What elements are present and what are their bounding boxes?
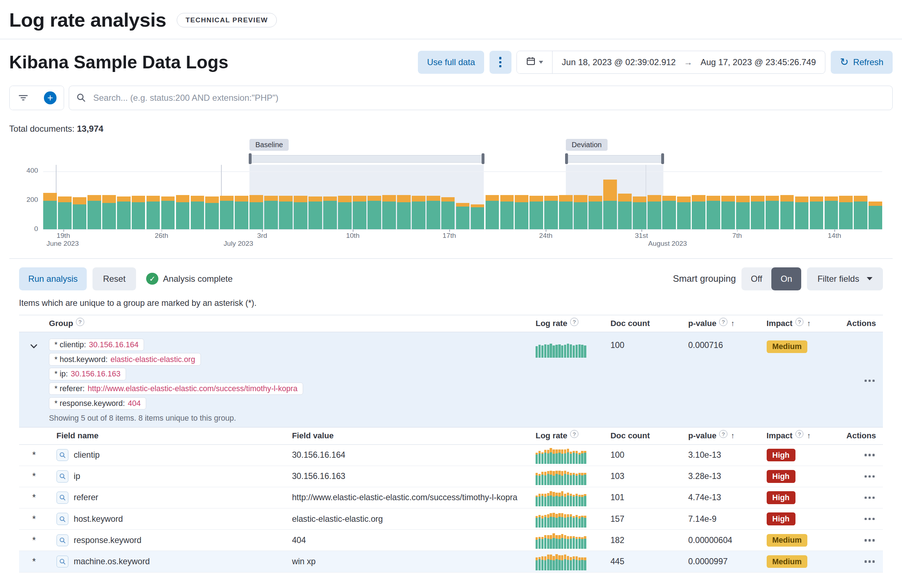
field-name-column-header: Field name [56,431,99,441]
info-icon[interactable]: ? [76,318,84,326]
p-value: 3.28e-13 [687,471,762,481]
date-start[interactable]: Jun 18, 2023 @ 02:39:02.912 [562,57,676,67]
p-value-sort-header[interactable]: p-value ? ↑ [687,319,762,328]
table-row[interactable]: * ip 30.156.16.163 103 3.28e-13 High [19,466,883,487]
unique-asterisk: * [19,450,49,460]
brush-handle[interactable] [249,153,252,164]
info-icon[interactable]: ? [570,318,578,326]
row-actions-button[interactable] [862,516,876,522]
toolbar: Kibana Sample Data Logs Use full data Ju… [9,51,893,74]
group-column-header: Group [49,319,73,328]
unique-asterisk: * [19,514,49,524]
field-token-icon [56,470,69,483]
y-axis-label: 400 [27,167,38,175]
add-filter-button[interactable]: + [37,86,64,109]
chart-bar [839,196,853,229]
chart-bar [589,196,602,229]
chart-bar [721,196,735,229]
p-value: 0.0000997 [687,557,762,566]
impact-badge: Medium [767,534,808,547]
chart-bar [161,197,175,229]
log-rate-sparkline [536,447,586,464]
row-actions-button[interactable] [862,537,876,544]
table-row[interactable]: * referer http://www.elastic-elastic-ela… [19,487,883,508]
chevron-down-icon[interactable] [30,342,38,353]
x-axis-label: 10th [346,232,360,240]
row-actions-button[interactable] [862,494,876,501]
chart-bar [43,193,57,229]
brush-handle[interactable] [482,153,484,164]
chart-divider [9,258,893,259]
reset-button[interactable]: Reset [92,267,136,291]
chart-bar [249,195,263,229]
chart-x-axis: 19th26th3rd10th17th24th31st7th14thJune 2… [43,230,882,250]
brush-handle[interactable] [661,153,664,164]
doc-count-column-header: Doc count [611,319,650,328]
field-token-icon [56,513,69,525]
sort-ascending-icon[interactable]: ↑ [807,319,811,328]
y-axis-label: 0 [34,225,38,233]
date-range-display[interactable]: Jun 18, 2023 @ 02:39:02.912 → Aug 17, 20… [553,51,825,74]
baseline-brush[interactable] [249,155,483,163]
chart-bar [412,196,426,229]
filter-button[interactable] [10,86,37,109]
row-actions-button[interactable] [862,377,876,384]
smart-grouping-label: Smart grouping [673,274,736,284]
deviation-brush[interactable] [566,155,663,163]
sort-ascending-icon[interactable]: ↑ [731,432,734,440]
impact-sort-header[interactable]: Impact ? ↑ [762,431,842,441]
calendar-dropdown-button[interactable] [517,51,553,74]
row-actions-button[interactable] [862,452,876,458]
run-analysis-button[interactable]: Run analysis [19,267,87,291]
field-name: referer [74,493,98,502]
p-value-sort-header[interactable]: p-value ? ↑ [687,431,762,441]
table-row[interactable]: * machine.os.keyword win xp 445 0.000099… [19,551,883,572]
toggle-on[interactable]: On [771,267,801,291]
x-axis-month-label: August 2023 [648,240,687,247]
field-value: elastic-elastic-elastic.org [291,514,534,524]
chart-bar [736,196,750,229]
info-icon[interactable]: ? [796,318,803,326]
search-input[interactable] [69,86,893,110]
sort-ascending-icon[interactable]: ↑ [807,432,811,440]
impact-badge: High [767,470,796,483]
filter-fields-button[interactable]: Filter fields [807,267,883,291]
refresh-button[interactable]: ↻ Refresh [831,51,893,74]
chart-bar [353,196,366,229]
chart-bar [677,197,691,229]
toggle-off[interactable]: Off [741,267,771,291]
field-value: 30.156.16.163 [291,471,534,481]
table-row[interactable]: * clientip 30.156.16.164 100 3.10e-13 Hi… [19,445,883,466]
x-axis-month-label: July 2023 [224,240,253,247]
total-documents-value: 13,974 [77,124,103,133]
info-icon[interactable]: ? [570,430,578,438]
date-end[interactable]: Aug 17, 2023 @ 23:45:26.749 [700,57,816,67]
use-full-data-button[interactable]: Use full data [418,51,484,74]
impact-sort-header[interactable]: Impact ? ↑ [762,319,842,328]
log-rate-column-header: Log rate [536,319,567,328]
p-value: 0.00000604 [687,535,762,545]
chart-bar [795,197,809,229]
chart-bar [382,195,396,229]
field-value: http://www.elastic-elastic-elastic.com/s… [291,493,534,502]
log-rate-sparkline [536,510,586,527]
brush-handle[interactable] [565,153,568,164]
table-row[interactable]: * host.keyword elastic-elastic-elastic.o… [19,508,883,530]
sort-ascending-icon[interactable]: ↑ [731,319,734,328]
info-icon[interactable]: ? [796,430,803,438]
info-icon[interactable]: ? [719,430,727,438]
doc-count-value: 103 [609,471,687,481]
chart-bar [220,196,233,229]
info-icon[interactable]: ? [719,318,727,326]
table-row[interactable]: * response.keyword 404 182 0.00000604 Me… [19,530,883,551]
chart-bar [485,195,499,229]
filter-button-group: + [9,86,64,110]
data-view-title: Kibana Sample Data Logs [9,52,229,73]
brush-zone: BaselineDeviation [43,139,882,165]
row-actions-button[interactable] [862,473,876,480]
boxes-vertical-icon-button[interactable] [490,51,512,74]
chart-bar [294,196,307,229]
technical-preview-badge: TECHNICAL PREVIEW [177,13,277,27]
row-actions-button[interactable] [862,558,876,565]
chart-bar [117,197,131,229]
